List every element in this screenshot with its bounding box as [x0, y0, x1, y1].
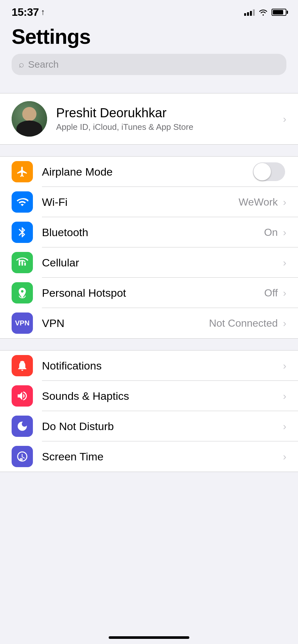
cellular-chevron-icon: ›: [283, 257, 286, 269]
vpn-icon: VPN: [12, 312, 33, 334]
hotspot-label: Personal Hotspot: [42, 287, 264, 299]
vpn-icon-label: VPN: [15, 319, 29, 327]
screen-time-label: Screen Time: [42, 450, 282, 463]
sounds-icon: [12, 385, 33, 407]
search-icon: ⌕: [19, 59, 24, 70]
wifi-value: WeWork: [239, 196, 278, 208]
do-not-disturb-label: Do Not Disturb: [42, 420, 282, 433]
bluetooth-label: Bluetooth: [42, 226, 264, 239]
svg-rect-4: [20, 458, 23, 461]
section-divider-1: [0, 82, 298, 93]
svg-rect-2: [24, 263, 26, 266]
search-container: ⌕ Search: [0, 54, 298, 82]
list-item[interactable]: Wi-Fi WeWork ›: [0, 187, 298, 217]
battery-icon: [272, 9, 286, 16]
vpn-chevron-icon: ›: [283, 317, 286, 329]
svg-rect-3: [20, 361, 25, 363]
vpn-value: Not Connected: [209, 317, 278, 329]
list-item[interactable]: Screen Time ›: [0, 441, 298, 472]
cellular-icon: [12, 252, 33, 273]
wifi-icon: [12, 191, 33, 213]
list-item[interactable]: Cellular ›: [0, 247, 298, 278]
page-title: Settings: [0, 22, 298, 54]
location-arrow-icon: ↑: [41, 7, 45, 17]
svg-rect-1: [22, 261, 23, 265]
bluetooth-icon: [12, 222, 33, 243]
status-bar: 15:37 ↑: [0, 0, 298, 22]
do-not-disturb-icon: [12, 416, 33, 437]
section-divider-2: [0, 145, 298, 156]
profile-subtitle: Apple ID, iCloud, iTunes & App Store: [56, 122, 282, 132]
status-icons: [244, 9, 286, 16]
wifi-chevron-icon: ›: [283, 196, 286, 208]
do-not-disturb-chevron-icon: ›: [283, 420, 286, 432]
wifi-label: Wi-Fi: [42, 196, 239, 208]
svg-rect-0: [19, 260, 20, 266]
airplane-mode-label: Airplane Mode: [42, 166, 253, 178]
sounds-label: Sounds & Haptics: [42, 390, 282, 402]
notifications-chevron-icon: ›: [283, 360, 286, 372]
bottom-space: [0, 472, 298, 511]
list-item[interactable]: Bluetooth On ›: [0, 217, 298, 247]
screen-time-icon: [12, 446, 33, 467]
hotspot-chevron-icon: ›: [283, 287, 286, 299]
notifications-label: Notifications: [42, 360, 282, 372]
search-bar[interactable]: ⌕ Search: [12, 54, 286, 75]
cellular-label: Cellular: [42, 256, 282, 269]
list-item[interactable]: Do Not Disturb ›: [0, 411, 298, 441]
profile-section: Preshit Deorukhkar Apple ID, iCloud, iTu…: [0, 93, 298, 145]
screen-time-chevron-icon: ›: [283, 451, 286, 463]
connectivity-section: Airplane Mode Wi-Fi WeWork › Bluetooth O…: [0, 156, 298, 339]
profile-chevron-icon: ›: [283, 113, 286, 125]
list-item[interactable]: Airplane Mode: [0, 157, 298, 187]
sounds-chevron-icon: ›: [283, 390, 286, 402]
status-time: 15:37: [12, 6, 39, 18]
profile-name: Preshit Deorukhkar: [56, 106, 282, 120]
list-item[interactable]: Sounds & Haptics ›: [0, 381, 298, 411]
bluetooth-chevron-icon: ›: [283, 226, 286, 238]
notifications-icon: [12, 355, 33, 376]
hotspot-value: Off: [264, 287, 278, 299]
list-item[interactable]: VPN VPN Not Connected ›: [0, 308, 298, 338]
list-item[interactable]: Notifications ›: [0, 351, 298, 381]
list-item[interactable]: Personal Hotspot Off ›: [0, 278, 298, 308]
profile-row[interactable]: Preshit Deorukhkar Apple ID, iCloud, iTu…: [0, 93, 298, 144]
home-indicator[interactable]: [109, 636, 189, 639]
airplane-mode-icon: [12, 161, 33, 182]
search-placeholder: Search: [28, 59, 59, 70]
system-section: Notifications › Sounds & Haptics › Do No…: [0, 350, 298, 472]
airplane-mode-toggle[interactable]: [253, 162, 285, 181]
avatar: [12, 101, 47, 137]
section-divider-3: [0, 339, 298, 350]
wifi-status-icon: [259, 9, 268, 16]
signal-bars-icon: [244, 9, 255, 16]
bluetooth-value: On: [264, 226, 278, 238]
vpn-label: VPN: [42, 317, 209, 330]
hotspot-icon: [12, 282, 33, 303]
profile-info: Preshit Deorukhkar Apple ID, iCloud, iTu…: [56, 106, 282, 132]
